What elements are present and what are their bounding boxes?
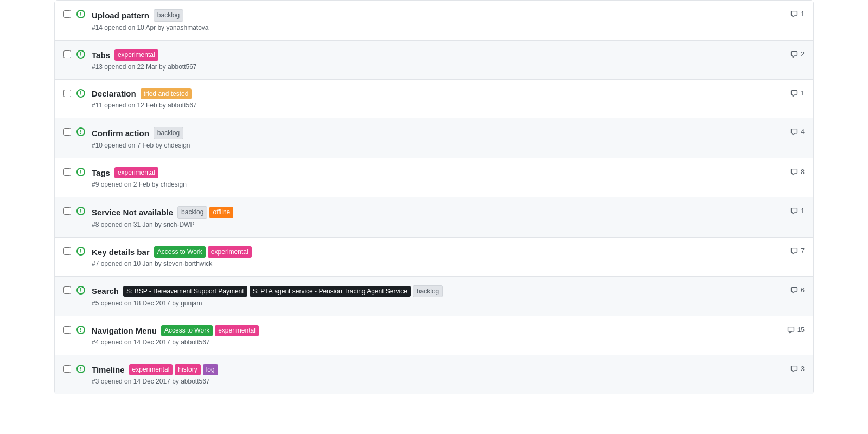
issue-title[interactable]: Tags xyxy=(92,168,110,177)
icon-col xyxy=(76,49,92,60)
icon-col xyxy=(76,285,92,296)
issue-checkbox[interactable] xyxy=(63,10,71,18)
issue-content: Service Not availablebacklogoffline#8 op… xyxy=(92,206,772,228)
icon-col xyxy=(76,167,92,178)
issue-checkbox[interactable] xyxy=(63,128,71,136)
comment-number: 1 xyxy=(801,10,805,18)
issue-title[interactable]: Service Not available xyxy=(92,208,173,217)
comment-icon xyxy=(790,90,799,97)
comment-icon xyxy=(790,365,799,373)
issue-row: Declarationtried and tested#11 opened on… xyxy=(55,80,813,119)
issue-meta: #10 opened on 7 Feb by chdesign xyxy=(92,142,772,149)
issue-badge-experimental[interactable]: experimental xyxy=(208,246,252,258)
issue-checkbox[interactable] xyxy=(63,207,71,215)
open-issue-icon xyxy=(76,10,85,18)
issue-badge-access-to-work[interactable]: Access to Work xyxy=(154,246,206,258)
comment-count[interactable]: 15 xyxy=(772,325,805,334)
issue-meta: #4 opened on 14 Dec 2017 by abbott567 xyxy=(92,339,772,346)
comment-count[interactable]: 4 xyxy=(772,127,805,136)
issue-meta: #11 opened on 12 Feb by abbott567 xyxy=(92,101,772,109)
comment-count[interactable]: 1 xyxy=(772,9,805,18)
issue-badge-backlog[interactable]: backlog xyxy=(177,206,207,219)
issue-badge-backlog[interactable]: backlog xyxy=(413,285,443,298)
checkbox-col xyxy=(63,364,76,374)
checkbox-col xyxy=(63,167,76,177)
issue-checkbox[interactable] xyxy=(63,90,71,97)
comment-number: 1 xyxy=(801,90,805,97)
issue-badge-log[interactable]: log xyxy=(203,364,218,375)
comment-count[interactable]: 3 xyxy=(772,364,805,373)
issue-meta: #3 opened on 14 Dec 2017 by abbott567 xyxy=(92,378,772,385)
comment-count[interactable]: 8 xyxy=(772,167,805,176)
issue-badge-experimental[interactable]: experimental xyxy=(114,167,158,178)
issue-badge-backlog[interactable]: backlog xyxy=(154,9,183,22)
comment-number: 6 xyxy=(801,286,805,294)
issue-title[interactable]: Key details bar xyxy=(92,247,150,257)
issue-badge-offline[interactable]: offline xyxy=(209,207,233,218)
comment-icon xyxy=(790,286,799,294)
issue-meta: #13 opened on 22 Mar by abbott567 xyxy=(92,63,772,71)
issue-title[interactable]: Navigation Menu xyxy=(92,326,157,335)
issue-badge-experimental[interactable]: experimental xyxy=(129,364,173,375)
issue-badge-history[interactable]: history xyxy=(175,364,200,375)
icon-col xyxy=(76,364,92,375)
issue-badge-bsp[interactable]: S: BSP - Bereavement Support Payment xyxy=(123,286,247,297)
issue-content: Confirm actionbacklog#10 opened on 7 Feb… xyxy=(92,127,772,149)
issue-content: Timelineexperimentalhistorylog#3 opened … xyxy=(92,364,772,385)
issue-badge-tried[interactable]: tried and tested xyxy=(141,88,192,100)
icon-col xyxy=(76,325,92,336)
checkbox-col xyxy=(63,206,76,216)
issue-badge-pta[interactable]: S: PTA agent service - Pension Tracing A… xyxy=(250,286,411,297)
comment-icon xyxy=(790,10,799,18)
issue-checkbox[interactable] xyxy=(63,168,71,176)
issue-checkbox[interactable] xyxy=(63,247,71,255)
comment-icon xyxy=(790,168,799,176)
comment-icon xyxy=(790,50,799,58)
issue-content: Key details barAccess to Workexperimenta… xyxy=(92,246,772,267)
comment-count[interactable]: 7 xyxy=(772,246,805,255)
icon-col xyxy=(76,127,92,138)
checkbox-col xyxy=(63,49,76,60)
checkbox-col xyxy=(63,9,76,20)
issue-content: Navigation MenuAccess to Workexperimenta… xyxy=(92,325,772,346)
issue-checkbox[interactable] xyxy=(63,50,71,58)
issue-title[interactable]: Timeline xyxy=(92,365,125,374)
issue-badge-backlog[interactable]: backlog xyxy=(154,127,183,139)
issue-content: Tabsexperimental#13 opened on 22 Mar by … xyxy=(92,49,772,71)
comment-count[interactable]: 1 xyxy=(772,206,805,215)
issue-title[interactable]: Declaration xyxy=(92,89,136,98)
checkbox-col xyxy=(63,246,76,257)
issue-badge-experimental[interactable]: experimental xyxy=(215,325,259,336)
issue-row: Service Not availablebacklogoffline#8 op… xyxy=(55,197,813,238)
comment-number: 15 xyxy=(797,326,805,334)
issue-row: Tagsexperimental#9 opened on 2 Feb by ch… xyxy=(55,158,813,197)
issue-row: Tabsexperimental#13 opened on 22 Mar by … xyxy=(55,41,813,80)
issue-title[interactable]: Confirm action xyxy=(92,129,149,138)
comment-count[interactable]: 6 xyxy=(772,285,805,294)
icon-col xyxy=(76,206,92,217)
issue-row: Key details barAccess to Workexperimenta… xyxy=(55,238,813,277)
issue-checkbox[interactable] xyxy=(63,286,71,294)
open-issue-icon xyxy=(76,326,85,334)
issue-title[interactable]: Tabs xyxy=(92,50,110,60)
icon-col xyxy=(76,88,92,99)
comment-icon xyxy=(790,247,799,255)
issue-checkbox[interactable] xyxy=(63,365,71,373)
issue-content: Upload patternbacklog#14 opened on 10 Ap… xyxy=(92,9,772,31)
issue-title[interactable]: Upload pattern xyxy=(92,11,149,20)
comment-number: 1 xyxy=(801,207,805,215)
comment-count[interactable]: 2 xyxy=(772,49,805,58)
issue-badge-access-to-work[interactable]: Access to Work xyxy=(161,325,213,336)
issue-checkbox[interactable] xyxy=(63,326,71,334)
issue-row: Timelineexperimentalhistorylog#3 opened … xyxy=(55,355,813,394)
comment-count[interactable]: 1 xyxy=(772,88,805,97)
issue-row: Navigation MenuAccess to Workexperimenta… xyxy=(55,316,813,355)
open-issue-icon xyxy=(76,207,85,215)
issue-content: SearchS: BSP - Bereavement Support Payme… xyxy=(92,285,772,308)
issue-row: Upload patternbacklog#14 opened on 10 Ap… xyxy=(55,1,813,41)
checkbox-col xyxy=(63,127,76,137)
issue-badge-experimental[interactable]: experimental xyxy=(114,49,158,61)
issue-title[interactable]: Search xyxy=(92,286,119,296)
issue-meta: #5 opened on 18 Dec 2017 by gunjam xyxy=(92,299,772,307)
checkbox-col xyxy=(63,88,76,99)
